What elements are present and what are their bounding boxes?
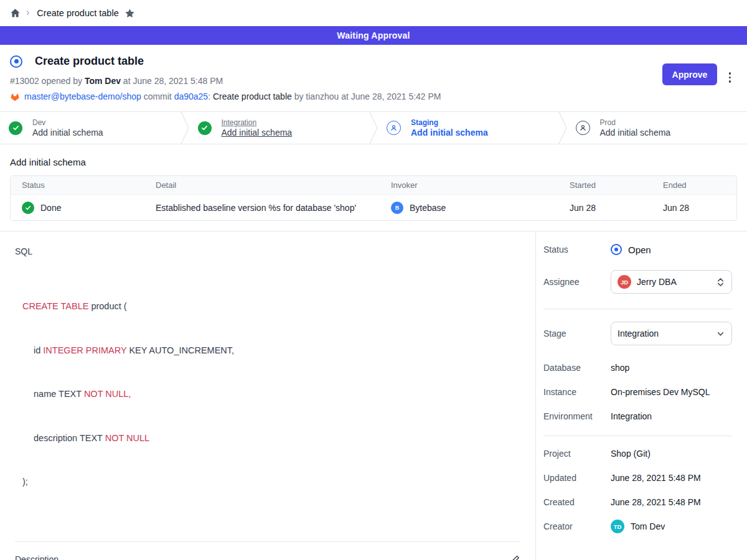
divider <box>543 436 732 436</box>
task-ended-cell: Jun 28 <box>652 203 736 213</box>
column-detail: Detail <box>144 180 380 190</box>
sql-code-block: CREATE TABLE product ( id INTEGER PRIMAR… <box>22 270 520 519</box>
issue-sidebar: Status Open Assignee JD Jerry DBA Stage … <box>535 231 747 560</box>
check-circle-icon <box>9 121 22 135</box>
waiting-approval-banner: Waiting Approval <box>0 26 747 45</box>
sql-text: ); <box>22 477 28 487</box>
main-panel: SQL CREATE TABLE product ( id INTEGER PR… <box>0 231 535 560</box>
pencil-icon <box>510 554 520 560</box>
sql-keyword: NOT NULL, <box>84 389 131 399</box>
sql-line: CREATE TABLE product ( <box>22 299 520 314</box>
sql-keyword: CREATE TABLE <box>22 301 88 311</box>
avatar: JD <box>618 275 631 289</box>
sql-line: description TEXT NOT NULL <box>22 431 520 446</box>
created-label: Created <box>543 497 611 507</box>
stage-dev[interactable]: DevAdd initial schema <box>0 112 181 144</box>
sql-line: id INTEGER PRIMARY KEY AUTO_INCREMENT, <box>22 343 520 358</box>
divider <box>543 309 732 309</box>
status-label: Status <box>543 245 611 254</box>
sql-text: description TEXT <box>34 433 105 443</box>
chevron-right-icon: › <box>26 7 29 17</box>
creator-label: Creator <box>543 521 611 531</box>
column-ended: Ended <box>652 180 736 190</box>
stage-integration[interactable]: IntegrationAdd initial schema <box>189 112 370 144</box>
stage-separator <box>369 112 378 144</box>
description-label: Description <box>15 554 59 560</box>
updown-chevron-icon <box>716 277 725 287</box>
favorite-button[interactable] <box>125 8 135 19</box>
content-split: SQL CREATE TABLE product ( id INTEGER PR… <box>0 231 747 560</box>
assignee-select[interactable]: JD Jerry DBA <box>611 270 732 294</box>
assignee-label: Assignee <box>543 277 611 287</box>
task-status-cell: Done <box>11 202 144 214</box>
banner-text: Waiting Approval <box>337 30 410 40</box>
sql-section-label: SQL <box>15 246 520 256</box>
avatar: B <box>391 202 403 214</box>
task-invoker-cell: B Bytebase <box>380 202 558 214</box>
issue-header: Create product table #13002 opened by To… <box>0 45 747 111</box>
environment-label: Environment <box>543 411 611 421</box>
task-table-header: Status Detail Invoker Started Ended <box>11 176 736 195</box>
sql-text: id <box>34 345 43 355</box>
environment-value: Integration <box>611 411 732 421</box>
task-table: Status Detail Invoker Started Ended Done… <box>10 175 737 221</box>
breadcrumb-title: Create product table <box>37 8 118 18</box>
pending-approval-icon <box>576 121 590 135</box>
commit-line: master@bytebase-demo/shop commit da90a25… <box>10 91 732 101</box>
instance-label: Instance <box>543 387 611 397</box>
stage-task-label: Add initial schema <box>32 128 103 138</box>
stage-value: Integration <box>618 329 659 338</box>
commit-colon: : <box>208 91 213 101</box>
instance-value: On-premises Dev MySQL <box>611 387 732 397</box>
sql-keyword: NOT NULL <box>105 433 149 443</box>
issue-author: Tom Dev <box>85 76 121 86</box>
database-value: shop <box>611 363 732 373</box>
status-open-icon <box>611 244 622 255</box>
more-actions-button[interactable] <box>726 70 734 85</box>
issue-id: #13002 <box>10 76 39 86</box>
task-row[interactable]: Done Established baseline version %s for… <box>11 195 736 220</box>
repo-link[interactable]: master@bytebase-demo/shop <box>24 91 141 101</box>
gitlab-icon <box>10 92 20 101</box>
sql-text: product ( <box>88 301 126 311</box>
task-section-title: Add initial schema <box>10 157 737 167</box>
pipeline-stages: DevAdd initial schema IntegrationAdd ini… <box>0 111 747 144</box>
check-circle-icon <box>22 202 34 214</box>
task-section: Add initial schema Status Detail Invoker… <box>0 144 747 221</box>
sql-text: name TEXT <box>34 389 84 399</box>
task-detail-cell: Established baseline version %s for data… <box>144 203 380 213</box>
status-value: Open <box>628 245 651 255</box>
issue-open-icon <box>10 55 22 68</box>
stage-separator <box>181 112 189 144</box>
home-button[interactable] <box>10 8 21 19</box>
task-status-text: Done <box>40 203 61 213</box>
meta-text: opened by <box>39 76 85 86</box>
sql-line: ); <box>22 475 520 490</box>
column-status: Status <box>11 180 144 190</box>
stage-select[interactable]: Integration <box>611 322 732 345</box>
task-started-cell: Jun 28 <box>558 203 652 213</box>
edit-description-button[interactable] <box>510 554 520 560</box>
column-started: Started <box>558 180 652 190</box>
divider <box>15 541 520 542</box>
approve-button[interactable]: Approve <box>662 63 717 85</box>
pending-approval-icon <box>387 121 401 135</box>
task-invoker-text: Bytebase <box>410 203 446 213</box>
commit-hash-link[interactable]: da90a25 <box>174 91 209 101</box>
assignee-value: Jerry DBA <box>637 277 677 287</box>
stage-task-label: Add initial schema <box>411 128 488 138</box>
stage-task-label: Add initial schema <box>600 128 671 138</box>
chevron-down-icon <box>716 329 725 338</box>
stage-env-label: Prod <box>600 118 671 127</box>
breadcrumb: › Create product table <box>0 0 747 26</box>
avatar: TD <box>611 520 624 533</box>
issue-title: Create product table <box>35 55 144 68</box>
commit-message: Create product table <box>213 91 292 101</box>
star-icon <box>125 8 135 19</box>
stage-prod[interactable]: ProdAdd initial schema <box>567 112 747 144</box>
stage-staging[interactable]: StagingAdd initial schema <box>378 112 558 144</box>
home-icon <box>10 8 21 19</box>
stage-env-label: Staging <box>411 118 488 127</box>
stage-task-label: Add initial schema <box>222 128 293 138</box>
issue-meta: #13002 opened by Tom Dev at June 28, 202… <box>10 76 732 86</box>
